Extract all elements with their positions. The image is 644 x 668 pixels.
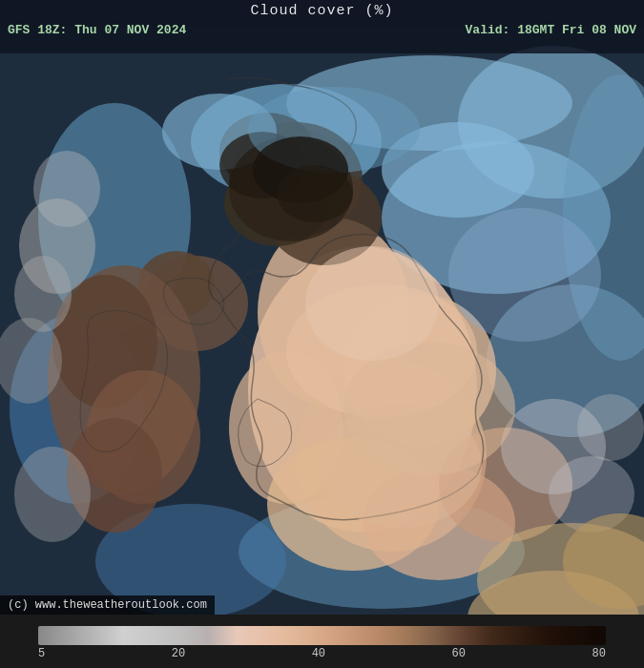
model-info: GFS 18Z: Thu 07 NOV 2024 (8, 23, 186, 37)
svg-point-49 (320, 404, 482, 528)
weather-map (0, 0, 644, 668)
legend-bar: 5 20 40 60 80 (0, 615, 644, 668)
legend-label-40: 40 (312, 647, 325, 660)
svg-point-48 (305, 246, 439, 361)
copyright-bar: (c) www.theweatheroutlook.com (0, 595, 215, 615)
svg-point-47 (448, 208, 601, 342)
header-bar: Cloud cover (%) GFS 18Z: Thu 07 NOV 2024… (0, 0, 644, 53)
legend-label-20: 20 (172, 647, 185, 660)
legend-label-60: 60 (452, 647, 466, 660)
chart-title: Cloud cover (%) (250, 2, 393, 21)
valid-time: Valid: 18GMT Fri 08 NOV (466, 23, 636, 37)
svg-point-33 (14, 447, 91, 542)
legend-labels: 5 20 40 60 80 (38, 645, 606, 660)
legend-label-80: 80 (592, 647, 606, 660)
svg-point-31 (33, 151, 100, 227)
copyright-text: (c) www.theweatheroutlook.com (8, 598, 207, 612)
svg-point-36 (577, 394, 644, 461)
map-container: Cloud cover (%) GFS 18Z: Thu 07 NOV 2024… (0, 0, 644, 668)
svg-point-51 (277, 165, 353, 222)
legend-gradient (38, 626, 606, 645)
subtitle-row: GFS 18Z: Thu 07 NOV 2024 Valid: 18GMT Fr… (0, 21, 644, 39)
legend-label-5: 5 (38, 647, 45, 660)
